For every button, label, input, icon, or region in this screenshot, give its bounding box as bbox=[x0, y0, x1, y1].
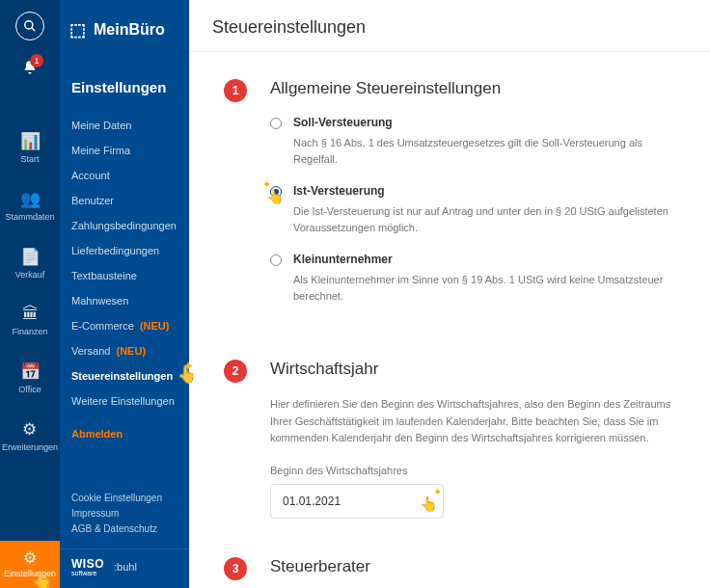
section-desc-2: Hier definieren Sie den Beginn des Wirts… bbox=[270, 396, 671, 447]
search-button[interactable] bbox=[15, 12, 44, 40]
rail-finanzen[interactable]: 🏛 Finanzen bbox=[12, 305, 47, 336]
section-general-tax: 1 Allgemeine Steuereinstellungen Soll-Ve… bbox=[224, 79, 671, 321]
radio-ist[interactable]: Ist-Versteuerung 👆 ✦ bbox=[270, 184, 671, 198]
section-title-1: Allgemeine Steuereinstellungen bbox=[270, 79, 671, 98]
radio-soll-desc: Nach § 16 Abs. 1 des Umsatzsteuergesetze… bbox=[293, 135, 671, 167]
sidebar-footer: Cookie Einstellungen Impressum AGB & Dat… bbox=[60, 483, 189, 548]
section-title-2: Wirtschaftsjahr bbox=[270, 360, 671, 379]
brand-footer: WISOsoftware :buhl bbox=[60, 548, 189, 588]
brand: ⬚ MeinBüro bbox=[60, 0, 189, 60]
icon-rail: 1 📊 Start 👥 Stammdaten 📄 Verkauf 🏛 Finan… bbox=[0, 0, 60, 588]
section-badge-2: 2 bbox=[224, 360, 247, 383]
page-title: Steuereinstellungen bbox=[189, 0, 710, 52]
sidebar-title: Einstellungen bbox=[60, 60, 189, 113]
fiscal-year-label: Beginn des Wirtschaftsjahres bbox=[270, 465, 671, 476]
gear-icon: ⚙ bbox=[23, 548, 37, 567]
footer-impressum[interactable]: Impressum bbox=[71, 508, 178, 519]
sidebar-item-versand[interactable]: Versand (NEU) bbox=[60, 338, 189, 363]
sidebar-item-meine-daten[interactable]: Meine Daten bbox=[60, 113, 189, 138]
rail-settings[interactable]: ⚙ Einstellungen 👆 bbox=[0, 541, 60, 588]
notifications-button[interactable]: 1 bbox=[22, 60, 38, 78]
notif-badge: 1 bbox=[30, 54, 43, 67]
footer-cookie[interactable]: Cookie Einstellungen bbox=[71, 493, 178, 503]
radio-icon bbox=[270, 118, 282, 129]
sidebar-item-benutzer[interactable]: Benutzer bbox=[60, 188, 189, 213]
calendar-icon: 📅 bbox=[20, 361, 41, 382]
rail-office[interactable]: 📅 Office bbox=[18, 361, 41, 394]
footer-agb[interactable]: AGB & Datenschutz bbox=[71, 523, 178, 534]
radio-icon bbox=[270, 254, 282, 266]
bank-icon: 🏛 bbox=[22, 305, 39, 324]
rail-stammdaten[interactable]: 👥 Stammdaten bbox=[5, 189, 54, 222]
sidebar-item-mahnwesen[interactable]: Mahnwesen bbox=[60, 288, 189, 313]
sidebar-logout[interactable]: Abmelden bbox=[60, 421, 189, 440]
rail-verkauf[interactable]: 📄 Verkauf bbox=[15, 247, 45, 280]
buhl-logo: :buhl bbox=[114, 561, 137, 573]
sidebar-item-steuer[interactable]: Steuereinstellungen ✦ 👆 bbox=[60, 363, 189, 388]
people-icon: 👥 bbox=[20, 189, 41, 209]
radio-icon bbox=[270, 186, 282, 198]
section-tax-advisor: 3 Steuerberater Beraternummer 654321 👆 ✦ bbox=[224, 557, 671, 588]
section-badge-3: 3 bbox=[224, 557, 247, 580]
sidebar-item-weitere[interactable]: Weitere Einstellungen bbox=[60, 388, 189, 414]
sidebar-item-account[interactable]: Account bbox=[60, 163, 189, 188]
extension-icon: ⚙ bbox=[22, 419, 37, 440]
section-title-3: Steuerberater bbox=[270, 557, 671, 576]
radio-ist-desc: Die Ist-Versteuerung ist nur auf Antrag … bbox=[293, 203, 671, 235]
rail-erweiterungen[interactable]: ⚙ Erweiterungen bbox=[2, 419, 58, 452]
radio-klein-desc: Als Kleinunternehmer im Sinne von § 19 A… bbox=[293, 272, 671, 304]
sidebar-item-zahlung[interactable]: Zahlungsbedingungen bbox=[60, 213, 189, 238]
doc-icon: 📄 bbox=[20, 247, 41, 267]
sidebar-item-textbaust[interactable]: Textbausteine bbox=[60, 263, 189, 288]
section-fiscal-year: 2 Wirtschaftsjahr Hier definieren Sie de… bbox=[224, 360, 671, 519]
brand-icon: ⬚ bbox=[69, 19, 86, 40]
radio-soll[interactable]: Soll-Versteuerung bbox=[270, 116, 671, 129]
main: Steuereinstellungen 1 Allgemeine Steuere… bbox=[189, 0, 710, 588]
sidebar-item-meine-firma[interactable]: Meine Firma bbox=[60, 138, 189, 163]
section-badge-1: 1 bbox=[224, 79, 247, 102]
svg-point-0 bbox=[25, 21, 33, 29]
fiscal-year-input[interactable]: 01.01.2021 bbox=[270, 484, 444, 519]
sidebar-item-liefer[interactable]: Lieferbedingungen bbox=[60, 238, 189, 263]
wiso-logo: WISOsoftware bbox=[71, 557, 104, 576]
sidebar: ⬚ MeinBüro Einstellungen Meine Daten Mei… bbox=[60, 0, 189, 588]
sidebar-item-ecommerce[interactable]: E-Commerce (NEU) bbox=[60, 313, 189, 338]
chart-icon: 📊 bbox=[20, 131, 41, 151]
rail-start[interactable]: 📊 Start bbox=[20, 131, 41, 164]
radio-klein[interactable]: Kleinunternehmer bbox=[270, 253, 671, 266]
